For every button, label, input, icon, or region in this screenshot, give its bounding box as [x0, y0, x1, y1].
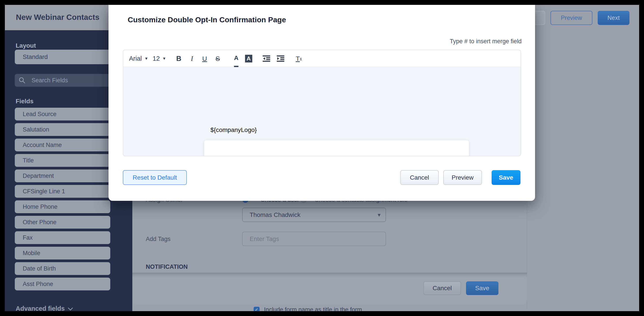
modal-save-button[interactable]: Save — [492, 170, 520, 185]
outdent-icon — [263, 55, 270, 62]
field-chip[interactable]: Fax — [15, 231, 110, 244]
rich-text-editor: Arial▼ 12▼ B I U S A A — [123, 50, 521, 156]
reset-to-default-button[interactable]: Reset to Default — [123, 170, 187, 185]
select-caret-icon: ▼ — [377, 212, 382, 218]
tags-input[interactable]: Enter Tags — [242, 232, 386, 246]
include-form-name-label: Include form name as title in the form — [264, 306, 362, 311]
indent-button[interactable] — [277, 50, 284, 67]
add-tags-label: Add Tags — [146, 236, 170, 242]
clear-formatting-button[interactable]: Tx — [296, 50, 302, 67]
field-chip[interactable]: Title — [15, 154, 110, 167]
field-chip[interactable]: Mobile — [15, 247, 110, 259]
partially-hidden-button[interactable] — [535, 11, 545, 25]
italic-button[interactable]: I — [191, 50, 193, 67]
field-chip[interactable]: Department — [15, 169, 110, 182]
panel-footer-bar: Cancel Save — [132, 272, 527, 304]
header-next-button[interactable]: Next — [598, 11, 630, 25]
field-chip[interactable]: CFSingle Line 1 — [15, 185, 110, 198]
merge-field-hint: Type # to insert merge field — [450, 38, 522, 45]
field-chip[interactable]: Other Phone — [15, 216, 110, 229]
company-logo-token[interactable]: ${companyLogo} — [210, 126, 257, 134]
owner-select[interactable]: Thomas Chadwick — [242, 208, 386, 222]
app-window: New Webinar Contacts Preview Next Layout… — [5, 5, 639, 311]
screenshot-frame: New Webinar Contacts Preview Next Layout… — [0, 0, 644, 316]
field-chip[interactable]: Lead Source — [15, 108, 110, 121]
modal-title: Customize Double Opt-In Confirmation Pag… — [128, 16, 286, 24]
underline-button[interactable]: U — [202, 50, 207, 67]
double-optin-modal: Customize Double Opt-In Confirmation Pag… — [108, 5, 535, 201]
caret-down-icon: ▼ — [144, 57, 148, 61]
page-title: New Webinar Contacts — [16, 13, 100, 22]
field-chip[interactable]: Home Phone — [15, 200, 110, 213]
modal-cancel-button[interactable]: Cancel — [400, 170, 439, 185]
outdent-button[interactable] — [263, 50, 270, 67]
indent-icon — [277, 55, 284, 62]
bold-button[interactable]: B — [176, 50, 181, 67]
form-save-button[interactable]: Save — [466, 281, 498, 295]
caret-down-icon: ▼ — [162, 57, 166, 61]
highlight-color-button[interactable]: A — [245, 50, 252, 67]
field-chip[interactable]: Date of Birth — [15, 262, 110, 275]
advanced-fields-toggle[interactable]: Advanced fields — [16, 305, 71, 311]
header-preview-button[interactable]: Preview — [550, 11, 592, 25]
advanced-fields-label: Advanced fields — [16, 305, 64, 311]
field-chip[interactable]: Asst Phone — [15, 278, 110, 290]
font-family-dropdown[interactable]: Arial▼ — [129, 50, 148, 67]
include-form-name-row: ✓ Include form name as title in the form — [254, 306, 362, 311]
font-size-dropdown[interactable]: 12▼ — [152, 50, 166, 67]
strikethrough-button[interactable]: S — [216, 50, 220, 67]
editor-toolbar: Arial▼ 12▼ B I U S A A — [123, 50, 520, 67]
field-chip[interactable]: Salutation — [15, 123, 110, 136]
notification-section-label: NOTIFICATION — [146, 263, 188, 270]
font-color-button[interactable]: A — [234, 50, 238, 67]
field-chip[interactable]: Account Name — [15, 139, 110, 151]
confirmation-preview-card: i Please confirm your email. A configura… — [204, 140, 469, 156]
form-cancel-button[interactable]: Cancel — [424, 281, 461, 295]
include-form-name-checkbox[interactable]: ✓ — [254, 307, 260, 311]
modal-preview-button[interactable]: Preview — [443, 170, 482, 185]
